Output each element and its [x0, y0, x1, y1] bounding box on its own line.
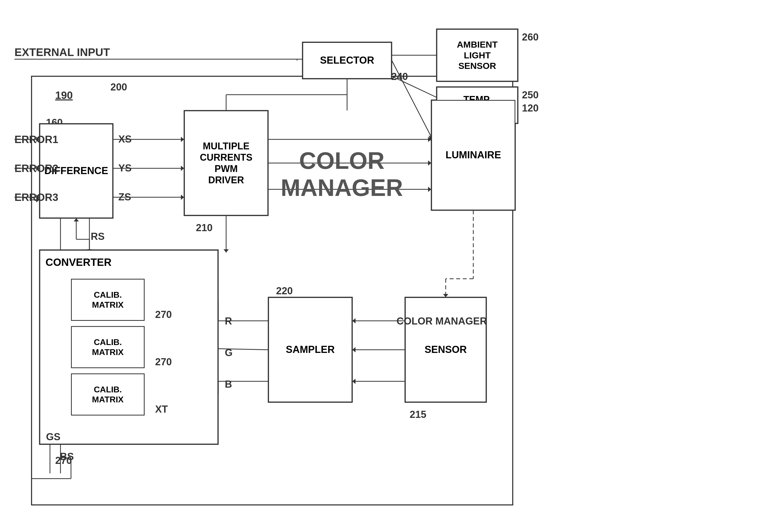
zt-label: ERROR3: [15, 191, 58, 203]
svg-marker-28: [181, 137, 184, 142]
ambient-light-sensor-block: AMBIENT LIGHT SENSOR: [436, 29, 518, 82]
external-input-label: EXTERNAL INPUT: [15, 46, 110, 59]
svg-marker-66: [352, 347, 355, 352]
ref-260: 260: [522, 32, 539, 43]
ref-215: 215: [410, 409, 426, 420]
svg-marker-52: [443, 294, 448, 297]
svg-marker-36: [428, 160, 431, 166]
calib-matrix-3-block: CALIB. MATRIX: [71, 373, 145, 416]
ref-270b: 270: [155, 356, 172, 368]
ref-270c: XT: [155, 404, 168, 415]
selector-block: SELECTOR: [302, 42, 392, 79]
ref-270a: 270: [155, 309, 172, 320]
yt-label: ERROR2: [15, 163, 58, 174]
error3-label: ZS: [118, 191, 131, 203]
ref-220: 220: [276, 285, 293, 297]
ref-250: 250: [522, 89, 539, 101]
ref-230: 270: [55, 455, 72, 466]
error1-label: XS: [118, 134, 132, 145]
luminaire-block: LUMINAIRE: [431, 100, 515, 210]
ref-210: 210: [196, 222, 212, 234]
xs-label: RS: [91, 231, 105, 242]
r-label: COLOR MANAGER: [397, 316, 487, 327]
pwm-driver-block: MULTIPLE CURRENTS PWM DRIVER: [184, 111, 268, 216]
ref-240: 240: [391, 71, 408, 82]
bs-label: B: [225, 379, 232, 390]
calib-matrix-2-block: CALIB. MATRIX: [71, 326, 145, 368]
svg-marker-30: [181, 166, 184, 171]
svg-marker-32: [181, 194, 184, 200]
xt-label: ERROR1: [15, 134, 58, 145]
ys-label: GS: [46, 431, 60, 443]
gs-label: G: [225, 347, 233, 358]
svg-marker-64: [352, 318, 355, 324]
sampler-block: SAMPLER: [268, 297, 352, 402]
ref-200: 200: [111, 82, 127, 93]
sensor-block: SENSOR: [405, 297, 487, 402]
svg-marker-42: [223, 249, 229, 253]
rs-label: R: [225, 316, 232, 327]
color-manager-label: COLOR MANAGER: [276, 147, 408, 201]
ref-190: 190: [55, 89, 73, 101]
ref-120: 120: [522, 103, 539, 114]
svg-marker-68: [352, 379, 355, 384]
error2-label: YS: [118, 163, 132, 174]
svg-marker-82: [74, 218, 79, 221]
diagram: EXTERNAL INPUT 190 200 160 DIFFERENCE MU…: [0, 0, 762, 532]
calib-matrix-1-block: CALIB. MATRIX: [71, 279, 145, 321]
svg-marker-38: [428, 187, 431, 192]
